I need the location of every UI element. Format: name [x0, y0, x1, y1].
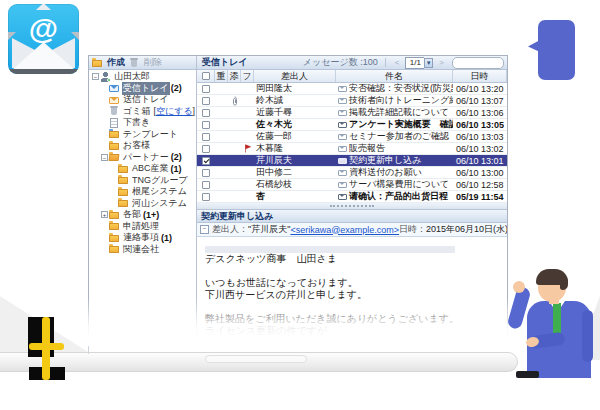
row-checkbox[interactable]	[202, 169, 210, 177]
envelope-bottom	[8, 69, 79, 74]
row-checkbox[interactable]	[202, 145, 210, 153]
message-datetime: 06/10 13:03	[453, 132, 507, 142]
message-datetime: 06/10 12:58	[453, 180, 507, 190]
tree-item-icon	[118, 198, 129, 208]
column-subject[interactable]: 件名	[336, 70, 453, 82]
message-subject-cell: 请确认：产品的出货日程	[336, 190, 453, 203]
delete-button[interactable]: 削除	[129, 56, 162, 69]
column-header: 重 添 フ 差出人 件名 日時	[197, 70, 507, 83]
tree-item-icon	[118, 175, 129, 185]
tree-item-icon	[100, 72, 111, 82]
tree-item-count: (2)	[171, 152, 182, 162]
tree-item-icon	[109, 141, 120, 151]
folder-pane: 作成 削除 − 山田太郎 受信トレイ	[89, 56, 197, 339]
message-count: メッセージ数 :100	[303, 56, 378, 69]
row-checkbox[interactable]	[202, 193, 210, 201]
empty-trash-link[interactable]: 空にする	[153, 105, 195, 118]
tree-expander-icon[interactable]: +	[101, 211, 109, 218]
page-select[interactable]: 1/1 ▼	[405, 57, 433, 69]
folder-tree-item[interactable]: 河山システム	[89, 198, 196, 210]
envelope-icon	[338, 98, 347, 104]
tree-item-count: (1)	[161, 233, 172, 243]
message-sender: 杏	[254, 190, 336, 203]
tree-item-icon	[118, 187, 129, 197]
date-label: 日時：	[399, 223, 426, 236]
tree-item-icon	[109, 152, 120, 162]
row-checkbox[interactable]	[202, 157, 210, 165]
tree-item-icon	[109, 221, 120, 231]
create-button[interactable]: 作成	[92, 56, 125, 69]
from-label: 差出人：	[212, 223, 248, 236]
tree-item-count: (1)	[171, 164, 182, 174]
collapse-icon[interactable]: −	[200, 225, 209, 234]
column-sender[interactable]: 差出人	[254, 70, 336, 82]
tree-expander-icon[interactable]: −	[92, 73, 100, 80]
tree-item-icon	[118, 164, 129, 174]
tree-item-count: (2)	[171, 83, 182, 93]
tree-item-icon	[109, 118, 120, 128]
row-checkbox[interactable]	[202, 133, 210, 141]
message-list: 岡田隆太 安否確認：安否状況(防災訓練)の確認です。 06/10 13:20 鈴…	[197, 83, 507, 203]
column-attachment[interactable]: 添	[228, 70, 241, 82]
from-email-link[interactable]: <serikawa@example.com>	[290, 225, 399, 235]
tree-item-icon	[109, 95, 120, 105]
message-datetime: 06/10 13:05	[453, 120, 507, 130]
envelope-icon	[338, 170, 347, 176]
message-datetime: 06/10 13:20	[453, 84, 507, 94]
tree-item-icon	[109, 233, 120, 243]
tree-item-count: (1+)	[143, 210, 159, 220]
envelope-icon	[338, 182, 347, 188]
column-important[interactable]: 重	[215, 70, 228, 82]
envelope-icon	[338, 146, 347, 152]
faded-text-line	[205, 246, 455, 253]
webmail-window: 作成 削除 − 山田太郎 受信トレイ	[88, 55, 508, 340]
row-checkbox[interactable]	[202, 181, 210, 189]
envelope-icon	[338, 158, 347, 164]
body-line: 下川西サービスの芹川と申します。	[205, 289, 499, 301]
row-checkbox[interactable]	[202, 121, 210, 129]
man-shoe	[516, 371, 539, 378]
flag-icon	[241, 144, 254, 153]
message-pane: 受信トレイ メッセージ数 :100 < 1/1 ▼ > 重 添 フ 差出人 件名…	[197, 56, 507, 339]
page-value: 1/1	[405, 57, 424, 69]
body-line	[205, 301, 499, 313]
delete-label: 削除	[144, 56, 162, 69]
folder-toolbar: 作成 削除	[89, 56, 196, 70]
envelope-corner-left	[8, 32, 16, 40]
man-right-arm	[582, 310, 593, 362]
next-page-button[interactable]: >	[437, 58, 446, 67]
tree-item-label: 関連会社	[122, 243, 160, 256]
prev-page-button[interactable]: <	[393, 58, 402, 67]
laptop-trackpad	[205, 355, 307, 363]
message-row[interactable]: 杏 请确认：产品的出货日程 05/19 11:54	[197, 191, 507, 203]
message-datetime: 06/10 13:00	[453, 168, 507, 178]
preview-title: 契約更新申し込み	[197, 210, 507, 223]
column-datetime[interactable]: 日時	[453, 70, 507, 82]
envelope-icon	[338, 134, 347, 140]
message-datetime: 05/19 11:54	[453, 192, 507, 202]
folder-icon	[92, 58, 103, 68]
tree-item-icon	[109, 244, 120, 254]
row-checkbox[interactable]	[202, 109, 210, 117]
envelope-peak	[36, 4, 51, 10]
envelope-icon	[338, 122, 347, 128]
envelope-corner-right	[71, 32, 79, 40]
select-all-checkbox[interactable]	[202, 72, 210, 80]
folder-tree: − 山田太郎 受信トレイ (2) 送信トレイ	[89, 70, 196, 339]
message-datetime: 06/10 13:06	[453, 108, 507, 118]
speech-bubble-tail	[528, 40, 540, 52]
message-datetime: 06/10 13:07	[453, 96, 507, 106]
crosswalk-graphic-top	[28, 317, 54, 357]
speech-bubble	[538, 20, 575, 80]
folder-tree-item[interactable]: 関連会社	[89, 244, 196, 256]
tree-item-icon	[109, 210, 120, 220]
body-line: いつもお世話になっております。	[205, 277, 499, 289]
body-line: ライセンス更新の件ですが、	[205, 325, 499, 337]
row-checkbox[interactable]	[202, 97, 210, 105]
message-datetime: 06/10 13:02	[453, 144, 507, 154]
row-checkbox[interactable]	[202, 85, 210, 93]
body-line	[205, 265, 499, 277]
search-input[interactable]	[452, 57, 504, 69]
envelope-icon	[338, 194, 347, 200]
column-flag[interactable]: フ	[241, 70, 254, 82]
